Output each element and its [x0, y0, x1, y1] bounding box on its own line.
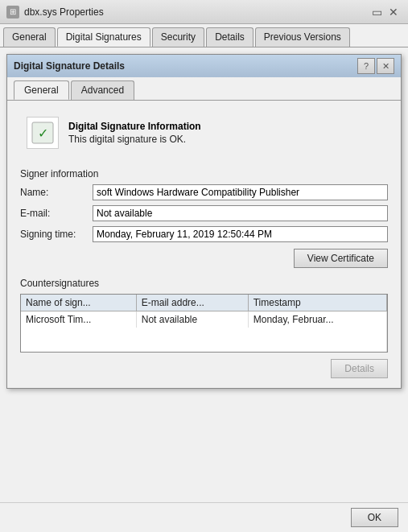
- counter-table-container: Name of sign... E-mail addre... Timestam…: [20, 294, 388, 353]
- main-content: Digital Signature Details ? ✕ General Ad…: [0, 47, 408, 395]
- email-value: Not available: [93, 205, 388, 221]
- name-label: Name:: [20, 187, 93, 198]
- outer-tab-bar: General Digital Signatures Security Deta…: [0, 24, 408, 47]
- signing-time-label: Signing time:: [20, 229, 93, 240]
- digital-signature-dialog: Digital Signature Details ? ✕ General Ad…: [6, 54, 402, 389]
- email-label: E-mail:: [20, 208, 93, 219]
- dialog-title-bar: Digital Signature Details ? ✕: [7, 55, 401, 77]
- counter-section-label: Countersignatures: [20, 278, 388, 289]
- email-field-row: E-mail: Not available: [20, 205, 388, 221]
- col-header-timestamp: Timestamp: [248, 295, 386, 311]
- sig-info-status: This digital signature is OK.: [68, 134, 201, 145]
- sig-info-box: ✓ Digital Signature Information This dig…: [20, 110, 388, 155]
- view-certificate-button[interactable]: View Certificate: [294, 249, 388, 268]
- dialog-close-button[interactable]: ✕: [377, 58, 394, 74]
- counter-section: Countersignatures Name of sign... E-mail…: [20, 278, 388, 378]
- tab-security[interactable]: Security: [152, 27, 204, 47]
- dialog-help-button[interactable]: ?: [357, 58, 375, 74]
- app-icon: ⊞: [6, 6, 19, 19]
- signing-time-field-row: Signing time: Monday, February 11, 2019 …: [20, 226, 388, 242]
- tab-general[interactable]: General: [3, 27, 56, 47]
- title-bar: ⊞ dbx.sys Properties ▭ ✕: [0, 0, 408, 24]
- window-title: dbx.sys Properties: [24, 6, 369, 18]
- ok-button[interactable]: OK: [351, 508, 398, 527]
- bottom-bar: OK: [0, 502, 408, 532]
- table-row[interactable]: Microsoft Tim... Not available Monday, F…: [21, 311, 387, 328]
- signing-time-value: Monday, February 11, 2019 12:50:44 PM: [93, 226, 388, 242]
- inner-tab-advanced[interactable]: Advanced: [71, 80, 134, 100]
- maximize-button[interactable]: ▭: [369, 6, 385, 19]
- tab-previous-versions[interactable]: Previous Versions: [255, 27, 350, 47]
- col-header-email: E-mail addre...: [136, 295, 248, 311]
- sig-info-text: Digital Signature Information This digit…: [68, 121, 201, 145]
- name-field-row: Name: soft Windows Hardware Compatibilit…: [20, 184, 388, 200]
- inner-tab-general[interactable]: General: [14, 80, 69, 100]
- sig-info-title: Digital Signature Information: [68, 121, 201, 132]
- table-header-row: Name of sign... E-mail addre... Timestam…: [21, 295, 387, 311]
- row-timestamp: Monday, Februar...: [248, 311, 386, 328]
- col-header-name: Name of sign...: [21, 295, 136, 311]
- counter-table: Name of sign... E-mail addre... Timestam…: [21, 295, 387, 352]
- details-button[interactable]: Details: [331, 359, 388, 378]
- name-value: soft Windows Hardware Compatibility Publ…: [93, 184, 388, 200]
- signer-section-label: Signer information: [20, 168, 388, 179]
- dialog-body: ✓ Digital Signature Information This dig…: [7, 101, 401, 388]
- tab-details[interactable]: Details: [206, 27, 253, 47]
- row-name: Microsoft Tim...: [21, 311, 136, 328]
- dialog-title: Digital Signature Details: [14, 60, 356, 72]
- signer-section: Signer information Name: soft Windows Ha…: [20, 168, 388, 268]
- sig-icon: ✓: [27, 117, 59, 149]
- tab-digital-signatures[interactable]: Digital Signatures: [57, 27, 150, 47]
- close-button[interactable]: ✕: [385, 6, 402, 19]
- svg-text:✓: ✓: [38, 126, 48, 140]
- inner-tab-bar: General Advanced: [7, 77, 401, 101]
- page-wrapper: ⊞ dbx.sys Properties ▭ ✕ General Digital…: [0, 0, 408, 532]
- row-email: Not available: [136, 311, 248, 328]
